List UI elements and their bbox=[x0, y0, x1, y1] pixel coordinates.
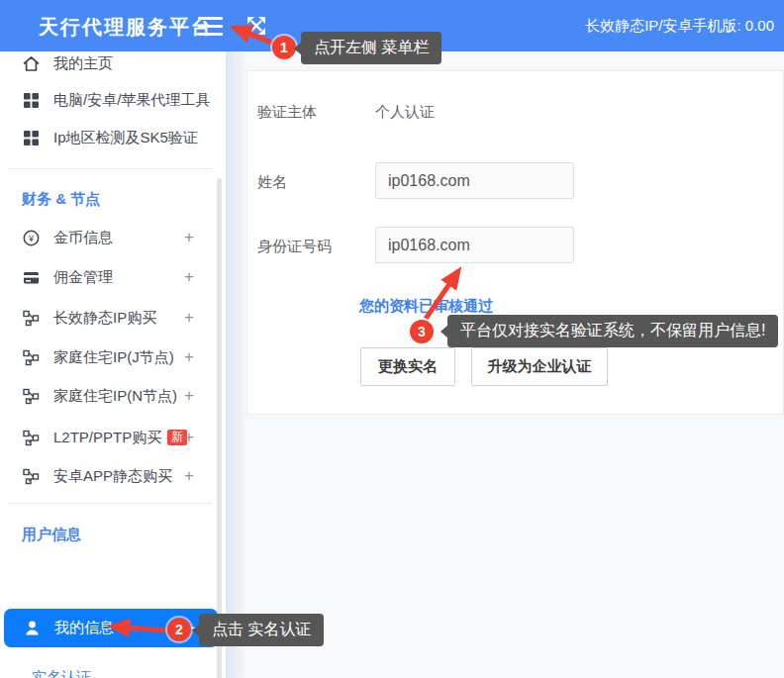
sidebar-item-ip-check[interactable]: Ip地区检测及SK5验证 bbox=[0, 120, 220, 155]
sidebar-item-label: 安卓APP静态购买 bbox=[53, 467, 172, 486]
sidebar-shadow-strip bbox=[226, 51, 247, 678]
sidebar-divider bbox=[8, 168, 212, 169]
person-icon bbox=[23, 619, 42, 637]
sidebar-item-label: 我的主页 bbox=[53, 54, 113, 73]
expander-plus-icon[interactable]: + bbox=[184, 228, 194, 247]
sidebar-item-coin-info[interactable]: ¥ 金币信息 + bbox=[0, 220, 220, 255]
tooltip-step-2: 点击 实名认证 bbox=[199, 614, 324, 646]
sidebar-item-label: 我的信息 bbox=[54, 619, 114, 637]
tooltip-step-1: 点开左侧 菜单栏 bbox=[301, 32, 441, 64]
home-icon bbox=[22, 54, 41, 73]
network-icon bbox=[22, 348, 41, 367]
app-title: 天行代理服务平台 bbox=[39, 14, 213, 41]
expander-plus-icon[interactable]: + bbox=[184, 308, 194, 328]
network-icon bbox=[22, 387, 41, 406]
grid-icon bbox=[22, 129, 41, 147]
account-balance-text: 长效静态IP/安卓手机版: 0.00 bbox=[585, 17, 774, 36]
sidebar-scrollbar[interactable] bbox=[217, 178, 222, 678]
name-input[interactable] bbox=[375, 162, 574, 199]
coin-icon: ¥ bbox=[22, 229, 41, 247]
sidebar-item-label: 金币信息 bbox=[53, 229, 113, 247]
section-header-finance: 财务 & 节点 bbox=[22, 190, 100, 209]
tooltip-step-3: 平台仅对接实名验证系统，不保留用户信息! bbox=[447, 315, 778, 347]
expander-plus-icon[interactable]: + bbox=[184, 267, 194, 287]
network-icon bbox=[22, 309, 41, 328]
sidebar-item-label: 佣金管理 bbox=[53, 268, 113, 287]
sidebar-item-l2tp-pptp[interactable]: L2TP/PPTP购买 新 + bbox=[0, 420, 220, 455]
sidebar-item-label: Ip地区检测及SK5验证 bbox=[53, 129, 198, 147]
sidebar-item-proxy-tools[interactable]: 电脑/安卓/苹果代理工具 bbox=[0, 82, 220, 118]
sidebar-item-label: 电脑/安卓/苹果代理工具 bbox=[53, 91, 210, 110]
field-label-name: 姓名 bbox=[257, 173, 287, 192]
verification-card: 验证主体 个人认证 姓名 身份证号码 您的资料已审核通过 更换实名 升级为企业认… bbox=[246, 70, 784, 415]
field-value-subject: 个人认证 bbox=[375, 103, 435, 122]
fullscreen-expand-icon[interactable] bbox=[245, 15, 267, 37]
sidebar-item-android-app[interactable]: 安卓APP静态购买 + bbox=[0, 458, 220, 494]
step-badge-3: 3 bbox=[410, 320, 434, 343]
upgrade-enterprise-button[interactable]: 升级为企业认证 bbox=[471, 347, 608, 386]
sidebar-subitem-realname[interactable]: 实名认证 bbox=[32, 668, 91, 678]
card-icon bbox=[22, 268, 41, 287]
step-badge-2: 2 bbox=[167, 618, 191, 641]
app-window: 天行代理服务平台 长效静态IP/安卓手机版: 0.00 我的主页 电脑/安卓/苹… bbox=[0, 0, 784, 678]
step-badge-1: 1 bbox=[272, 36, 296, 59]
grid-icon bbox=[22, 91, 41, 110]
sidebar-item-label: 长效静态IP购买 bbox=[53, 309, 156, 328]
sidebar-item-home-ip-j[interactable]: 家庭住宅IP(J节点) + bbox=[0, 339, 220, 375]
sidebar-item-home-ip-n[interactable]: 家庭住宅IP(N节点) + bbox=[0, 378, 220, 414]
sidebar-nav: 我的主页 电脑/安卓/苹果代理工具 Ip地区检测及SK5验证 财务 & 节点 ¥… bbox=[0, 51, 226, 678]
field-label-idnumber: 身份证号码 bbox=[257, 238, 332, 256]
expander-plus-icon[interactable]: + bbox=[184, 466, 194, 486]
field-label-subject: 验证主体 bbox=[257, 103, 317, 122]
sidebar-item-label: 家庭住宅IP(J节点) bbox=[53, 348, 174, 367]
expander-plus-icon[interactable]: + bbox=[184, 386, 194, 406]
id-number-input[interactable] bbox=[375, 227, 574, 263]
section-header-user: 用户信息 bbox=[22, 526, 81, 544]
network-icon bbox=[22, 429, 41, 447]
sidebar-divider bbox=[8, 503, 212, 504]
sidebar-item-label: 家庭住宅IP(N节点) bbox=[53, 387, 177, 406]
sidebar-item-label: L2TP/PPTP购买 bbox=[53, 429, 161, 447]
expander-plus-icon[interactable]: + bbox=[184, 428, 194, 447]
sidebar-item-commission[interactable]: 佣金管理 + bbox=[0, 259, 220, 295]
review-status-text: 您的资料已审核通过 bbox=[359, 297, 493, 316]
sidebar-item-static-ip[interactable]: 长效静态IP购买 + bbox=[0, 300, 220, 336]
expander-plus-icon[interactable]: + bbox=[184, 347, 194, 367]
network-icon bbox=[22, 467, 41, 486]
change-realname-button[interactable]: 更换实名 bbox=[360, 347, 455, 386]
svg-text:¥: ¥ bbox=[28, 234, 35, 243]
menu-hamburger-icon[interactable] bbox=[198, 17, 223, 36]
